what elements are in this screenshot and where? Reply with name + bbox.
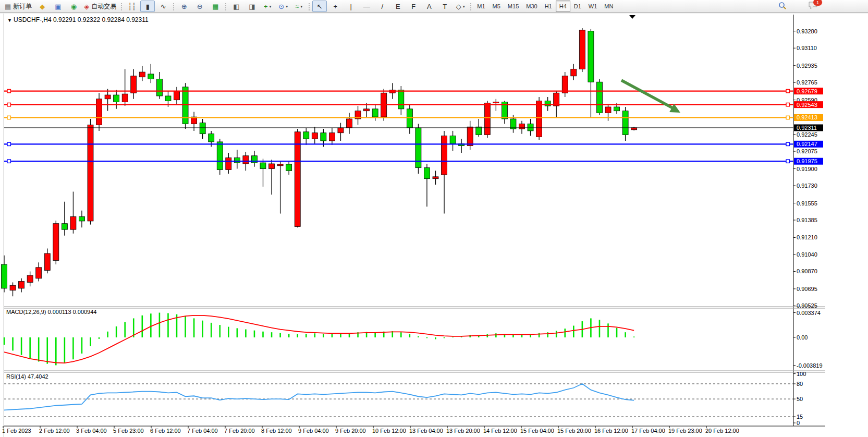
virtual-hosting-button[interactable]: ▣ [51,1,65,12]
trendline-tool-button[interactable]: / [375,1,389,12]
price-tick-label: 0.92935 [797,63,817,69]
bear-candle-body [286,164,292,171]
new-order-button[interactable]: ▤新订单 [3,1,34,12]
hline-handle[interactable] [7,116,10,119]
vertical-line-tool-button[interactable]: | [344,1,358,12]
bear-candle-body [528,124,533,131]
cascade-charts-button[interactable]: ◨ [244,1,259,12]
hline-handle[interactable] [7,160,10,163]
gold-bars-button[interactable]: ◆ [35,1,50,12]
notification-badge[interactable]: 1 [813,0,823,6]
price-badge-label: 0.92311 [797,125,817,131]
candlestick-chart-type-button[interactable]: ▮ [140,1,155,12]
hline-handle[interactable] [786,103,789,106]
line-chart-type-button[interactable]: ∿ [156,1,170,12]
bear-candle-body [424,168,430,179]
chevron-down-icon[interactable]: ▾ [463,4,465,9]
bull-candle-body [467,127,473,145]
hline-handle[interactable] [786,142,789,145]
hline-handle[interactable] [7,89,10,92]
robot-icon: ◈ [84,3,89,10]
timeframe-mn-button[interactable]: MN [601,1,617,12]
bear-candle-body [614,107,620,111]
new-chart-button[interactable]: +▾ [260,1,275,12]
bull-candle-body [571,69,577,76]
bear-candle-body [303,132,309,139]
chevron-down-icon[interactable]: ▾ [286,4,288,9]
price-tick-label: 0.92075 [797,148,817,154]
toolbar-right: 1 [778,2,868,11]
fibonacci-tool-button[interactable]: F [406,1,421,12]
candle [53,221,59,264]
price-badge-0.92311: 0.92311 [794,124,823,131]
toolbar-separator [309,3,310,10]
price-tick-label: 0.91210 [797,234,817,240]
auto-trading-button[interactable]: ◈自动交易 [82,1,118,12]
toolbar-buttons: ▤新订单◆▣◉◈自动交易┆┆▮∿⊕⊖▦◧◨+▾⊙▾≈▾↖+|—/EFAT◇▾ [2,1,473,12]
bull-candle-body [139,72,145,77]
hline-handle[interactable] [7,142,10,145]
timeframe-d1-button[interactable]: D1 [570,1,585,12]
label-tool-button[interactable]: T [437,1,452,12]
period-button[interactable]: ⊙▾ [276,1,290,12]
search-icon[interactable] [778,2,787,11]
timeframe-w1-button[interactable]: W1 [585,1,601,12]
zoom-in-button[interactable]: ⊕ [177,1,191,12]
shapes-tool-button[interactable]: ◇▾ [453,1,468,12]
candle [182,83,188,129]
text-tool-button[interactable]: A [422,1,436,12]
chevron-down-icon[interactable]: ▾ [300,4,302,9]
timeframe-h4-button[interactable]: H4 [556,1,570,12]
price-tick-label: 0.90695 [797,286,817,292]
hline-handle[interactable] [7,103,10,106]
auto-trading-button-label: 自动交易 [91,2,116,11]
signal-icon: ◉ [71,3,77,10]
rsi-tick-label: 15 [797,414,803,420]
template-button[interactable]: ≈▾ [291,1,306,12]
timeframe-m15-button[interactable]: M15 [504,1,522,12]
timeframe-m1-button[interactable]: M1 [473,1,488,12]
horizontal-line-tool-button[interactable]: — [359,1,374,12]
cursor-tool-button[interactable]: ↖ [312,1,327,12]
channel-tool-button[interactable]: E [390,1,405,12]
fibonacci-icon: F [411,3,415,10]
macd-tick-label: 0.00 [797,334,808,341]
chat-bubble-icon[interactable]: 1 [809,2,818,11]
price-tick-label: 0.92765 [797,79,817,86]
vertical-line-icon: | [350,3,352,10]
timeframe-h1-button[interactable]: H1 [541,1,556,12]
bar-chart-type-button[interactable]: ┆┆ [125,1,139,12]
timeframe-m5-button[interactable]: M5 [489,1,504,12]
time-tick-label: 5 Feb 23:00 [113,428,144,434]
toolbar-separator [470,3,471,10]
price-tick-label: 0.91385 [797,217,817,223]
timeframe-m30-button[interactable]: M30 [522,1,541,12]
bull-candle-body [44,253,50,270]
hline-handle[interactable] [786,89,789,92]
bull-candle-body [277,164,283,166]
candle [536,97,542,140]
macd-tick-label: -0.003819 [797,362,823,369]
toolbar-separator [173,3,174,10]
bear-candle-body [156,79,162,95]
signals-button[interactable]: ◉ [66,1,81,12]
time-tick-label: 9 Feb 20:00 [335,428,366,434]
time-tick-label: 14 Feb 12:00 [483,428,517,434]
bear-candle-body [148,74,154,79]
bear-candle-body [596,82,602,113]
timeframe-buttons: M1M5M15M30H1H4D1W1MN [473,1,617,12]
chevron-down-icon[interactable]: ▾ [270,4,272,9]
hline-handle[interactable] [786,160,789,163]
price-tick-label: 0.90525 [797,302,817,309]
crosshair-tool-button[interactable]: + [328,1,343,12]
price-badge-0.92679: 0.92679 [794,88,823,94]
bull-candle-body [605,107,611,113]
bull-candle-body [105,95,111,99]
arrange-icon: ◧ [233,3,239,10]
bull-candle-body [243,156,249,164]
bear-candle-body [321,133,326,141]
arrange-charts-button[interactable]: ◧ [229,1,243,12]
tile-windows-button[interactable]: ▦ [208,1,223,12]
hline-handle[interactable] [786,116,789,119]
zoom-out-button[interactable]: ⊖ [192,1,207,12]
